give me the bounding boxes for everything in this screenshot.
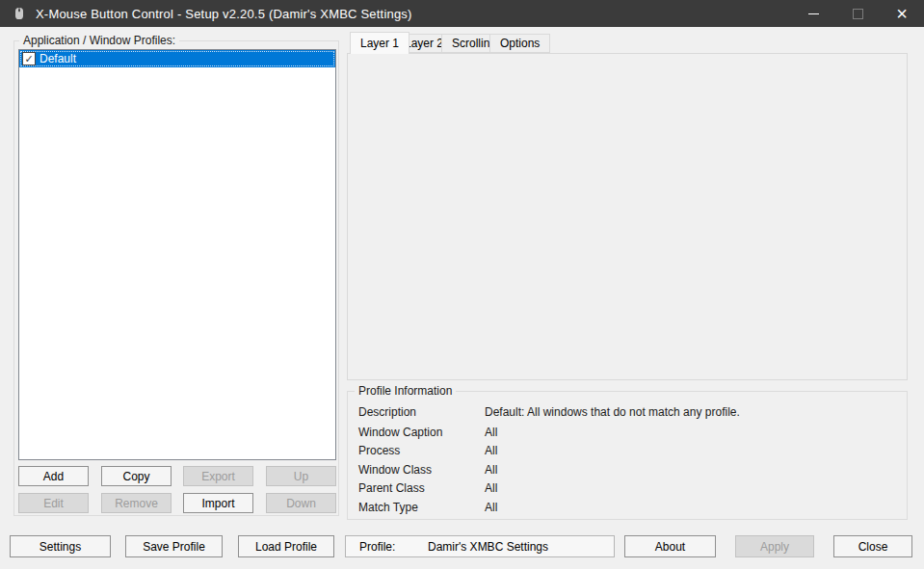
apply-button[interactable]: Apply xyxy=(735,535,814,557)
export-profile-button[interactable]: Export xyxy=(183,466,253,486)
save-profile-button[interactable]: Save Profile xyxy=(125,535,223,557)
move-down-button[interactable]: Down xyxy=(266,493,336,513)
tab-layer-1[interactable]: Layer 1 xyxy=(350,32,409,54)
add-profile-button[interactable]: Add xyxy=(18,466,89,486)
move-up-button[interactable]: Up xyxy=(266,466,336,486)
close-window-button[interactable]: Close xyxy=(833,535,912,557)
match-type-label: Match Type xyxy=(358,501,418,514)
minimize-button[interactable] xyxy=(791,0,835,27)
minimize-icon xyxy=(808,13,819,14)
maximize-button[interactable] xyxy=(835,0,880,27)
profile-list-item-default[interactable]: Default xyxy=(19,50,335,67)
remove-profile-button[interactable]: Remove xyxy=(101,493,172,513)
description-label: Description xyxy=(358,405,416,419)
load-profile-button[interactable]: Load Profile xyxy=(238,535,334,557)
description-value: Default: All windows that do not match a… xyxy=(485,405,740,419)
close-icon xyxy=(896,4,908,23)
process-label: Process xyxy=(358,444,400,457)
window-caption-label: Window Caption xyxy=(358,426,442,439)
window-class-label: Window Class xyxy=(358,463,432,477)
profile-label: Profile: xyxy=(359,540,395,554)
app-mouse-icon xyxy=(12,6,27,21)
profile-checkbox-checked-icon[interactable] xyxy=(22,52,36,65)
titlebar: X-Mouse Button Control - Setup v2.20.5 (… xyxy=(0,0,924,27)
profile-item-label: Default xyxy=(39,52,76,65)
parent-class-label: Parent Class xyxy=(358,481,425,495)
xmbc-setup-window: X-Mouse Button Control - Setup v2.20.5 (… xyxy=(0,0,924,569)
match-type-value: All xyxy=(485,501,497,514)
profile-value: Damir's XMBC Settings xyxy=(428,540,548,554)
profiles-groupbox-label: Application / Window Profiles: xyxy=(19,35,179,47)
layer-1-tabpanel xyxy=(347,53,908,380)
tab-options[interactable]: Options xyxy=(489,34,550,53)
window-controls xyxy=(791,0,924,27)
process-value: All xyxy=(485,444,497,457)
import-profile-button[interactable]: Import xyxy=(183,493,253,513)
copy-profile-button[interactable]: Copy xyxy=(101,466,172,486)
close-button[interactable] xyxy=(880,0,924,27)
current-profile-panel: Profile: Damir's XMBC Settings xyxy=(345,535,615,557)
edit-profile-button[interactable]: Edit xyxy=(18,493,89,513)
window-class-value: All xyxy=(485,463,497,477)
maximize-icon xyxy=(853,9,863,19)
parent-class-value: All xyxy=(485,481,497,495)
window-caption-value: All xyxy=(485,426,497,439)
window-title: X-Mouse Button Control - Setup v2.20.5 (… xyxy=(36,7,412,21)
settings-button[interactable]: Settings xyxy=(10,535,111,557)
about-button[interactable]: About xyxy=(624,535,716,557)
profile-information-title: Profile Information xyxy=(355,385,456,398)
